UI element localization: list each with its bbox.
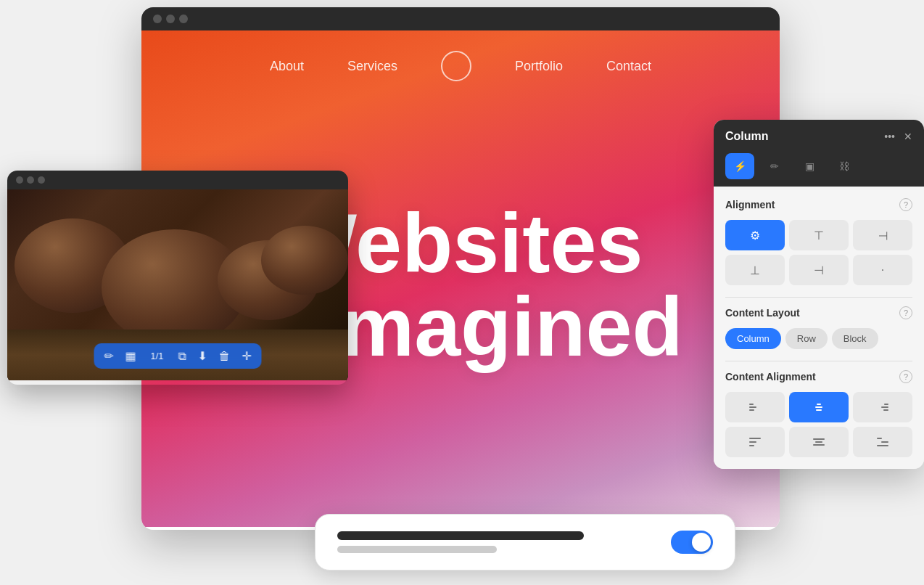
panel-header: Column ••• ✕ <box>714 120 924 153</box>
svg-rect-13 <box>815 441 822 443</box>
svg-rect-12 <box>813 438 825 440</box>
ca-btn-1[interactable] <box>725 392 785 422</box>
toggle-line1 <box>337 531 584 540</box>
link-tab-icon: ⛓ <box>839 160 849 172</box>
svg-rect-4 <box>815 406 822 408</box>
image-toolbar: ✏ ▦ 1/1 ⧉ ⬇ 🗑 ✛ <box>94 343 261 369</box>
content-alignment-grid <box>725 392 912 457</box>
ca-icon-3 <box>875 401 890 413</box>
ca-btn-3[interactable] <box>853 392 912 422</box>
trash-icon[interactable]: 🗑 <box>219 350 231 363</box>
tab-link[interactable]: ⛓ <box>830 153 859 179</box>
svg-rect-2 <box>749 409 754 411</box>
svg-rect-11 <box>749 445 754 446</box>
image-browser-chrome <box>7 171 348 189</box>
svg-rect-3 <box>817 404 821 405</box>
nav-services[interactable]: Services <box>347 59 397 74</box>
tab-style[interactable]: ✏ <box>760 153 789 179</box>
content-layout-help[interactable]: ? <box>899 306 912 319</box>
align-btn-bottomcenter[interactable]: ⊣ <box>789 255 849 285</box>
nav-contact[interactable]: Contact <box>606 59 651 74</box>
bowl4 <box>261 226 348 295</box>
ca-btn-6[interactable] <box>853 427 912 457</box>
align-topleft-icon: ⚙ <box>750 229 760 242</box>
tab-layout[interactable]: ▣ <box>795 153 824 179</box>
toggle-knob <box>692 533 711 552</box>
panel-header-icons: ••• ✕ <box>884 131 912 142</box>
grid-icon[interactable]: ▦ <box>125 349 136 363</box>
align-bottomleft-icon: ⊥ <box>750 263 760 277</box>
align-btn-topleft[interactable]: ⚙ <box>725 220 785 250</box>
ca-btn-2[interactable] <box>789 392 849 422</box>
img-dot-3 <box>38 176 45 184</box>
svg-rect-9 <box>749 438 761 439</box>
img-dot-1 <box>16 176 23 184</box>
align-bottomright-icon: · <box>881 263 884 277</box>
ca-icon-5 <box>812 436 826 448</box>
style-tab-icon: ✏ <box>770 160 779 172</box>
layout-row-btn[interactable]: Row <box>785 328 828 349</box>
nav-logo[interactable] <box>441 51 471 81</box>
align-btn-bottomright[interactable]: · <box>853 255 912 285</box>
ca-icon-4 <box>748 436 762 448</box>
tab-general[interactable]: ⚡ <box>725 153 754 179</box>
svg-rect-0 <box>749 404 754 405</box>
ca-icon-1 <box>748 401 762 413</box>
content-layout-title: Content Layout <box>725 307 800 319</box>
download-icon[interactable]: ⬇ <box>198 349 207 363</box>
img-dot-2 <box>27 176 34 184</box>
layout-column-btn[interactable]: Column <box>725 328 781 349</box>
move-icon[interactable]: ✛ <box>242 349 252 363</box>
svg-rect-8 <box>883 409 888 411</box>
align-btn-topcenter[interactable]: ⊤ <box>789 220 849 250</box>
align-btn-bottomleft[interactable]: ⊥ <box>725 255 785 285</box>
ca-btn-4[interactable] <box>725 427 785 457</box>
browser-chrome <box>141 7 780 30</box>
content-layout-header: Content Layout ? <box>725 306 912 319</box>
browser-dot-2 <box>166 15 175 23</box>
content-alignment-header: Content Alignment ? <box>725 370 912 383</box>
svg-rect-16 <box>881 441 888 443</box>
copy-icon[interactable]: ⧉ <box>178 350 186 363</box>
toggle-card <box>315 514 735 570</box>
nav-about[interactable]: About <box>270 59 304 74</box>
content-alignment-title: Content Alignment <box>725 371 816 382</box>
layout-block-btn[interactable]: Block <box>832 328 878 349</box>
site-nav: About Services Portfolio Contact <box>141 30 780 102</box>
ca-btn-5[interactable] <box>789 427 849 457</box>
more-icon[interactable]: ••• <box>884 131 895 142</box>
svg-rect-17 <box>877 445 888 446</box>
content-layout-row: Column Row Block <box>725 328 912 349</box>
svg-rect-15 <box>877 438 882 439</box>
toggle-text-group <box>337 531 584 553</box>
alignment-section-header: Alignment ? <box>725 198 912 211</box>
align-bottomcenter-icon: ⊣ <box>814 263 824 277</box>
svg-rect-14 <box>813 444 825 446</box>
alignment-title: Alignment <box>725 199 775 210</box>
svg-rect-1 <box>749 406 756 408</box>
image-panel: ✏ ▦ 1/1 ⧉ ⬇ 🗑 ✛ <box>7 171 348 385</box>
panel-body: Alignment ? ⚙ ⊤ ⊤ ⊥ ⊣ · <box>714 187 924 469</box>
general-tab-label: ⚡ <box>734 160 746 172</box>
image-content: ✏ ▦ 1/1 ⧉ ⬇ 🗑 ✛ <box>7 189 348 380</box>
align-topcenter-icon: ⊤ <box>814 229 824 242</box>
alignment-help[interactable]: ? <box>899 198 912 211</box>
ca-icon-2 <box>812 401 826 413</box>
align-btn-topright[interactable]: ⊤ <box>853 220 912 250</box>
toggle-line2 <box>337 546 497 553</box>
alignment-grid: ⚙ ⊤ ⊤ ⊥ ⊣ · <box>725 220 912 285</box>
column-panel: Column ••• ✕ ⚡ ✏ ▣ ⛓ Alignment ? ⚙ <box>714 120 924 469</box>
close-icon[interactable]: ✕ <box>904 131 912 142</box>
divider1 <box>725 297 912 298</box>
toggle-switch[interactable] <box>671 531 713 554</box>
nav-portfolio[interactable]: Portfolio <box>515 59 563 74</box>
toolbar-counter: 1/1 <box>147 351 166 361</box>
layout-tab-icon: ▣ <box>805 160 814 172</box>
svg-rect-6 <box>884 404 888 405</box>
align-topright-icon: ⊤ <box>876 230 890 240</box>
content-alignment-help[interactable]: ? <box>899 370 912 383</box>
panel-tabs: ⚡ ✏ ▣ ⛓ <box>714 153 924 187</box>
divider2 <box>725 361 912 361</box>
pencil-icon[interactable]: ✏ <box>104 349 113 363</box>
browser-dot-1 <box>153 15 162 23</box>
